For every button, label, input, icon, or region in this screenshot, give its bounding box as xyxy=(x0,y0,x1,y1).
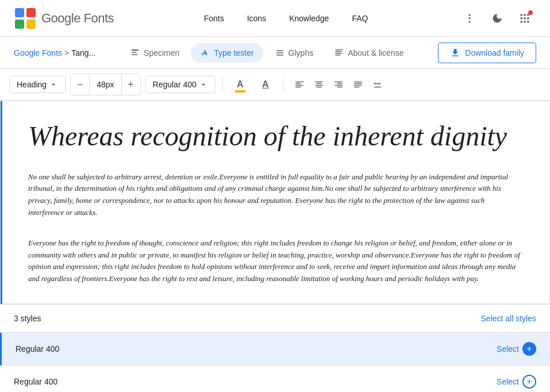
font-size-increase-button[interactable]: + xyxy=(122,74,140,95)
align-left-icon xyxy=(294,79,305,90)
preview-heading: Whereas recognition of the inherent dign… xyxy=(28,120,522,153)
svg-rect-16 xyxy=(132,49,139,51)
svg-point-6 xyxy=(468,21,470,22)
plus-icon-2 xyxy=(525,378,533,386)
line-spacing-button[interactable] xyxy=(368,75,387,94)
alignment-group xyxy=(290,75,387,94)
svg-rect-0 xyxy=(15,8,24,17)
preview-paragraph-1: No one shall be subjected to arbitrary a… xyxy=(28,171,522,219)
svg-rect-18 xyxy=(132,54,138,55)
chevron-down-icon xyxy=(49,80,58,89)
style-name: Regular 400 xyxy=(14,377,57,386)
breadcrumb-current-font: Tang... xyxy=(71,48,95,57)
text-category-select[interactable]: Heading xyxy=(9,76,66,93)
apps-icon xyxy=(519,13,530,24)
svg-rect-22 xyxy=(335,55,340,56)
svg-rect-20 xyxy=(335,51,341,52)
dark-mode-icon xyxy=(491,13,503,24)
select-all-styles-link[interactable]: Select all styles xyxy=(481,314,536,323)
download-family-button[interactable]: Download family xyxy=(438,43,536,63)
align-right-icon xyxy=(333,79,344,90)
align-right-button[interactable] xyxy=(329,75,348,94)
svg-rect-14 xyxy=(524,21,525,22)
svg-rect-2 xyxy=(15,20,24,29)
underline-a-icon: A xyxy=(262,79,269,90)
tab-glyphs[interactable]: Glyphs xyxy=(266,43,323,63)
select-style-button-1[interactable]: Select xyxy=(497,342,536,356)
toolbar-divider-2 xyxy=(283,78,283,91)
specimen-icon xyxy=(130,48,140,58)
style-row: Regular 400 Select xyxy=(0,366,550,392)
svg-rect-3 xyxy=(26,20,36,29)
download-icon xyxy=(450,48,460,58)
apps-button[interactable] xyxy=(513,7,536,30)
styles-count: 3 styles xyxy=(14,314,41,323)
svg-rect-1 xyxy=(26,8,36,17)
breadcrumb-separator: > xyxy=(64,48,69,57)
justify-button[interactable] xyxy=(349,75,367,94)
logo-text: Google Fonts xyxy=(41,11,114,26)
tab-type-tester[interactable]: Type tester xyxy=(191,43,263,63)
styles-section: 3 styles Select all styles Regular 400 S… xyxy=(0,305,550,392)
left-accent-bar xyxy=(1,101,2,304)
breadcrumb: Google Fonts > Tang... xyxy=(14,48,95,57)
nav-knowledge[interactable]: Knowledge xyxy=(280,9,338,28)
top-navigation: Google Fonts Fonts Icons Knowledge FAQ xyxy=(0,0,550,37)
toolbar-divider-1 xyxy=(222,78,223,91)
font-color-button[interactable]: A xyxy=(255,74,276,95)
tab-about[interactable]: About & license xyxy=(325,43,413,63)
chevron-down-icon-2 xyxy=(199,80,208,89)
svg-rect-21 xyxy=(335,53,342,54)
svg-rect-12 xyxy=(527,17,529,19)
align-center-button[interactable] xyxy=(310,75,328,94)
font-style-select[interactable]: Regular 400 xyxy=(145,76,216,93)
font-size-control: − 48px + xyxy=(70,74,140,95)
svg-rect-19 xyxy=(335,49,343,51)
style-row: Regular 400 Select xyxy=(0,333,550,366)
breadcrumb-google-fonts[interactable]: Google Fonts xyxy=(14,48,62,57)
select-circle-filled-icon xyxy=(522,342,536,356)
select-style-button-2[interactable]: Select xyxy=(497,375,536,389)
svg-rect-9 xyxy=(527,14,529,16)
nav-icon-group xyxy=(458,7,536,30)
type-tester-toolbar: Heading − 48px + Regular 400 A A xyxy=(0,69,550,101)
text-color-button[interactable]: A xyxy=(230,74,251,95)
more-options-button[interactable] xyxy=(458,7,481,30)
svg-rect-11 xyxy=(524,17,525,19)
svg-rect-8 xyxy=(524,14,525,16)
sub-navigation: Google Fonts > Tang... Specimen Type tes… xyxy=(0,37,550,69)
sub-nav-tabs: Specimen Type tester Glyphs About & lice… xyxy=(105,43,429,63)
line-spacing-icon xyxy=(372,79,383,90)
styles-header: 3 styles Select all styles xyxy=(0,305,550,333)
type-tester-icon xyxy=(200,48,210,58)
preview-paragraph-2: Everyone has the right to freedom of tho… xyxy=(28,237,522,285)
font-size-decrease-button[interactable]: − xyxy=(71,74,89,95)
text-preview[interactable]: Whereas recognition of the inherent dign… xyxy=(1,101,549,304)
text-highlight-icon: A xyxy=(237,79,244,90)
svg-rect-17 xyxy=(132,52,137,53)
nav-icons[interactable]: Icons xyxy=(238,9,275,28)
justify-icon xyxy=(353,79,363,90)
more-vert-icon xyxy=(464,13,475,24)
theme-toggle-button[interactable] xyxy=(486,7,509,30)
logo-link[interactable]: Google Fonts xyxy=(14,7,114,30)
align-left-button[interactable] xyxy=(290,75,309,94)
text-preview-area: Whereas recognition of the inherent dign… xyxy=(0,101,550,305)
google-logo-icon xyxy=(14,7,37,30)
svg-point-5 xyxy=(468,17,470,19)
align-center-icon xyxy=(314,79,324,90)
nav-links: Fonts Icons Knowledge FAQ xyxy=(132,9,440,28)
svg-point-4 xyxy=(468,14,470,16)
font-size-display: 48px xyxy=(89,74,121,95)
svg-rect-10 xyxy=(521,17,522,19)
select-circle-icon xyxy=(522,375,536,389)
nav-fonts[interactable]: Fonts xyxy=(195,9,233,28)
svg-rect-7 xyxy=(521,14,522,16)
svg-rect-15 xyxy=(527,21,529,22)
svg-rect-13 xyxy=(521,21,522,22)
glyphs-icon xyxy=(275,48,285,58)
nav-faq[interactable]: FAQ xyxy=(343,9,377,28)
tab-specimen[interactable]: Specimen xyxy=(121,43,189,63)
plus-icon xyxy=(525,345,533,353)
style-name: Regular 400 xyxy=(16,344,59,353)
